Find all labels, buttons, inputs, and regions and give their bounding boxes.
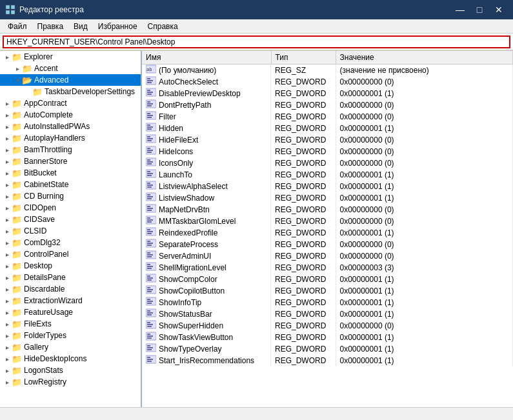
reg-value-icon (146, 274, 156, 285)
table-row[interactable]: ShowCopilotButtonREG_DWORD0x00000001 (1) (142, 285, 513, 297)
cell-value: 0x00000001 (1) (336, 181, 513, 192)
tree-item[interactable]: ▸📁ControlPanel (0, 248, 141, 260)
tree-item[interactable]: ▸📁BannerStore (0, 155, 141, 167)
tree-item-label: Discardable (24, 285, 65, 294)
tree-item[interactable]: ▸📁AutoInstalledPWAs (0, 121, 141, 132)
svg-rect-55 (147, 217, 150, 219)
reg-name-text: ShowCompColor (159, 275, 217, 284)
table-pane[interactable]: Имя Тип Значение ab(По умолчанию)REG_SZ(… (142, 51, 513, 407)
table-row[interactable]: Start_IrisRecommendationsREG_DWORD0x0000… (142, 355, 513, 366)
table-row[interactable]: ListviewAlphaSelectREG_DWORD0x00000001 (… (142, 181, 513, 192)
tree-expand-icon: ▸ (3, 135, 12, 142)
tree-item-label: FileExts (24, 319, 52, 328)
table-row[interactable]: DisablePreviewDesktopREG_DWORD0x00000001… (142, 88, 513, 99)
tree-item[interactable]: ▸📁LowRegistry (0, 376, 141, 388)
tree-item[interactable]: ▸📁CD Burning (0, 190, 141, 202)
svg-rect-13 (147, 94, 152, 95)
tree-item[interactable]: ▾📂Advanced (0, 74, 141, 86)
tree-item[interactable]: ▸📁BitBucket (0, 167, 141, 179)
cell-name: AutoCheckSelect (142, 76, 271, 88)
reg-name-text: ShowSuperHidden (159, 321, 223, 330)
tree-item[interactable]: ▸📁DetailsPane (0, 272, 141, 283)
tree-item[interactable]: ▸📁FileExts (0, 318, 141, 330)
table-row[interactable]: ShowStatusBarREG_DWORD0x00000001 (1) (142, 308, 513, 320)
svg-rect-79 (147, 287, 150, 288)
menu-view[interactable]: Вид (68, 21, 93, 32)
tree-item[interactable]: ▸📁CabinetState (0, 179, 141, 190)
tree-item[interactable]: ▸📁Desktop (0, 260, 141, 272)
tree-item[interactable]: ▸📁HideDesktopIcons (0, 353, 141, 365)
tree-item[interactable]: ▸📁Accent (0, 63, 141, 74)
tree-item[interactable]: ▸📁AppContract (0, 97, 141, 109)
cell-type: REG_DWORD (271, 355, 336, 366)
table-row[interactable]: ListviewShadowREG_DWORD0x00000001 (1) (142, 192, 513, 204)
tree-expand-icon: ▸ (3, 332, 12, 339)
table-row[interactable]: AutoCheckSelectREG_DWORD0x00000000 (0) (142, 76, 513, 88)
cell-type: REG_DWORD (271, 123, 336, 134)
tree-item[interactable]: ▸📁CIDSave (0, 214, 141, 225)
minimize-button[interactable]: — (451, 3, 469, 16)
tree-item[interactable]: ▸📁AutoComplete (0, 109, 141, 121)
table-row[interactable]: ShowTypeOverlayREG_DWORD0x00000001 (1) (142, 343, 513, 355)
svg-rect-32 (147, 150, 153, 151)
table-row[interactable]: SeparateProcessREG_DWORD0x00000000 (0) (142, 239, 513, 250)
cell-value: 0x00000000 (0) (336, 239, 513, 250)
cell-type: REG_DWORD (271, 239, 336, 250)
tree-item[interactable]: ▸📁CIDOpen (0, 202, 141, 214)
menu-favorites[interactable]: Избранное (93, 21, 143, 32)
table-row[interactable]: ShowCompColorREG_DWORD0x00000001 (1) (142, 274, 513, 285)
table-row[interactable]: ShowInfoTipREG_DWORD0x00000001 (1) (142, 297, 513, 308)
reg-name-text: ShowCopilotButton (159, 286, 225, 295)
tree-item[interactable]: ▸📁Explorer (0, 51, 141, 63)
table-row[interactable]: ReindexedProfileREG_DWORD0x00000001 (1) (142, 227, 513, 239)
tree-item-label: AutoplayHandlers (24, 134, 85, 143)
reg-value-icon (146, 227, 156, 238)
tree-item[interactable]: ▸📁ComDlg32 (0, 237, 141, 248)
address-input[interactable] (3, 35, 510, 48)
table-row[interactable]: FilterREG_DWORD0x00000000 (0) (142, 111, 513, 123)
maximize-button[interactable]: □ (470, 3, 488, 16)
svg-rect-99 (147, 345, 150, 346)
table-row[interactable]: HideFileExtREG_DWORD0x00000000 (0) (142, 134, 513, 146)
tree-item[interactable]: ▸📁ExtractionWizard (0, 295, 141, 306)
folder-icon: 📁 (12, 343, 22, 352)
reg-value-icon (146, 262, 156, 273)
tree-item[interactable]: 📁TaskbarDeveloperSettings (0, 86, 141, 97)
svg-rect-105 (147, 361, 152, 362)
table-row[interactable]: LaunchToREG_DWORD0x00000001 (1) (142, 169, 513, 181)
close-button[interactable]: ✕ (490, 3, 508, 16)
menu-help[interactable]: Справка (143, 21, 183, 32)
table-row[interactable]: ab(По умолчанию)REG_SZ(значение не присв… (142, 64, 513, 76)
tree-item[interactable]: ▸📁Discardable (0, 283, 141, 295)
reg-name-text: ShowStatusBar (159, 310, 212, 319)
cell-name: ShowStatusBar (142, 308, 271, 320)
tree-item[interactable]: ▸📁FolderTypes (0, 330, 141, 341)
tree-item[interactable]: ▸📁Gallery (0, 341, 141, 353)
table-row[interactable]: ServerAdminUIREG_DWORD0x00000000 (0) (142, 250, 513, 262)
table-row[interactable]: MapNetDrvBtnREG_DWORD0x00000000 (0) (142, 204, 513, 215)
tree-item-label: LogonStats (24, 366, 63, 375)
table-row[interactable]: IconsOnlyREG_DWORD0x00000000 (0) (142, 157, 513, 169)
tree-item[interactable]: ▸📁LogonStats (0, 365, 141, 376)
svg-text:ab: ab (146, 67, 152, 72)
svg-rect-40 (147, 173, 153, 174)
menu-edit[interactable]: Правка (32, 21, 69, 32)
folder-icon: 📁 (12, 168, 22, 178)
table-row[interactable]: DontPrettyPathREG_DWORD0x00000000 (0) (142, 99, 513, 111)
reg-name-text: MapNetDrvBtn (159, 205, 210, 214)
menu-file[interactable]: Файл (3, 21, 32, 32)
status-bar (0, 407, 513, 420)
tree-item[interactable]: ▸📁FeatureUsage (0, 306, 141, 318)
tree-item[interactable]: ▸📁AutoplayHandlers (0, 132, 141, 144)
tree-item[interactable]: ▸📁BamThrottling (0, 144, 141, 155)
reg-name-text: SeparateProcess (159, 240, 218, 249)
tree-item[interactable]: ▸📁CLSID (0, 225, 141, 237)
svg-rect-21 (147, 117, 152, 118)
table-row[interactable]: ShellMigrationLevelREG_DWORD0x00000003 (… (142, 262, 513, 274)
table-row[interactable]: ShowTaskViewButtonREG_DWORD0x00000001 (1… (142, 332, 513, 343)
table-row[interactable]: HideIconsREG_DWORD0x00000000 (0) (142, 146, 513, 157)
table-row[interactable]: HiddenREG_DWORD0x00000001 (1) (142, 123, 513, 134)
table-row[interactable]: MMTaskbarGlomLevelREG_DWORD0x00000000 (0… (142, 215, 513, 227)
table-row[interactable]: ShowSuperHiddenREG_DWORD0x00000000 (0) (142, 320, 513, 332)
tree-pane[interactable]: ▸📁Explorer▸📁Accent▾📂Advanced📁TaskbarDeve… (0, 51, 142, 407)
